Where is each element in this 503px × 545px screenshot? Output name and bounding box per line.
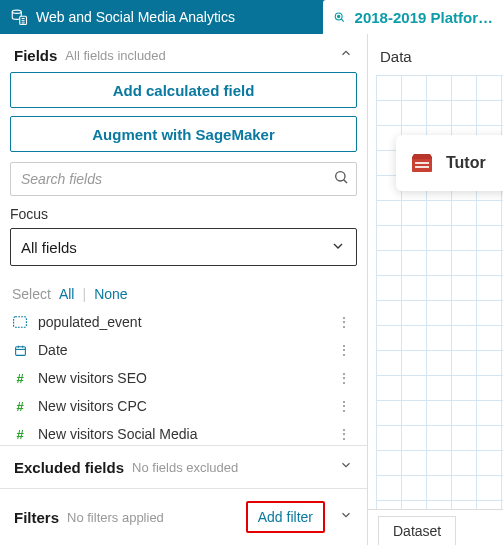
fields-list: populated_event⋮Date⋮#New visitors SEO⋮#… (0, 308, 367, 445)
dataset-tab[interactable]: 2018-2019 Platfor… (323, 0, 503, 34)
svg-rect-9 (14, 317, 27, 328)
add-calculated-field-button[interactable]: Add calculated field (10, 72, 357, 108)
field-label: populated_event (38, 314, 142, 330)
augment-sagemaker-button[interactable]: Augment with SageMaker (10, 116, 357, 152)
filters-section: Filters No filters applied Add filter (0, 488, 367, 545)
database-icon (10, 8, 28, 26)
data-header: Data (368, 34, 503, 75)
add-filter-button[interactable]: Add filter (246, 501, 325, 533)
chevron-down-icon[interactable] (339, 458, 353, 476)
table-icon (410, 151, 434, 175)
table-card-label: Tutor (446, 154, 486, 172)
field-row[interactable]: #New visitors CPC⋮ (0, 392, 367, 420)
field-menu-icon[interactable]: ⋮ (333, 426, 355, 442)
tab-dataset[interactable]: Dataset (378, 516, 456, 545)
focus-label: Focus (10, 206, 357, 222)
svg-rect-15 (415, 166, 429, 168)
svg-point-6 (338, 15, 340, 17)
number-type-icon: # (12, 399, 28, 414)
chevron-down-icon[interactable] (339, 508, 353, 526)
field-row[interactable]: populated_event⋮ (0, 308, 367, 336)
field-row[interactable]: Date⋮ (0, 336, 367, 364)
analysis-title-area: Web and Social Media Analytics (0, 8, 245, 26)
search-icon[interactable] (333, 169, 349, 189)
select-all-link[interactable]: All (59, 286, 75, 302)
field-label: New visitors Social Media (38, 426, 198, 442)
collapse-icon[interactable] (339, 46, 353, 64)
select-none-link[interactable]: None (94, 286, 127, 302)
date-type-icon (12, 344, 28, 357)
field-menu-icon[interactable]: ⋮ (333, 398, 355, 414)
schema-canvas[interactable]: Tutor (376, 75, 503, 509)
svg-point-7 (336, 172, 345, 181)
excluded-fields-section[interactable]: Excluded fields No fields excluded (0, 445, 367, 488)
svg-rect-14 (415, 162, 429, 164)
focus-select[interactable]: All fields (10, 228, 357, 266)
field-row[interactable]: #New visitors SEO⋮ (0, 364, 367, 392)
fields-section-header[interactable]: Fields All fields included (0, 34, 367, 72)
top-bar: Web and Social Media Analytics 2018-2019… (0, 0, 503, 34)
excluded-fields-subtitle: No fields excluded (132, 460, 238, 475)
field-menu-icon[interactable]: ⋮ (333, 370, 355, 386)
analysis-title: Web and Social Media Analytics (36, 9, 235, 25)
table-card[interactable]: Tutor (396, 135, 503, 191)
number-type-icon: # (12, 371, 28, 386)
svg-rect-10 (15, 346, 25, 355)
chevron-down-icon (330, 238, 346, 257)
add-calculated-field-label: Add calculated field (113, 82, 255, 99)
dataset-tab-label: 2018-2019 Platfor… (355, 9, 493, 26)
search-fields-wrapper (10, 162, 357, 196)
filters-title: Filters (14, 509, 59, 526)
field-label: New visitors SEO (38, 370, 147, 386)
field-label: New visitors CPC (38, 398, 147, 414)
svg-line-8 (344, 180, 347, 183)
augment-sagemaker-label: Augment with SageMaker (92, 126, 275, 143)
svg-point-0 (12, 10, 21, 13)
field-row[interactable]: #New visitors Social Media⋮ (0, 420, 367, 445)
filters-subtitle: No filters applied (67, 510, 164, 525)
search-fields-input[interactable] (10, 162, 357, 196)
field-menu-icon[interactable]: ⋮ (333, 314, 355, 330)
data-panel: Data Tutor Dataset (368, 34, 503, 545)
fields-subtitle: All fields included (65, 48, 165, 63)
field-label: Date (38, 342, 68, 358)
fields-panel: Fields All fields included Add calculate… (0, 34, 368, 545)
select-label: Select (12, 286, 51, 302)
fields-title: Fields (14, 47, 57, 64)
number-type-icon: # (12, 427, 28, 442)
bottom-tabs: Dataset (368, 509, 503, 545)
string-type-icon (12, 316, 28, 328)
separator: | (82, 286, 86, 302)
excluded-fields-title: Excluded fields (14, 459, 124, 476)
dataset-eye-icon (333, 7, 347, 27)
focus-select-value: All fields (21, 239, 77, 256)
select-all-none-row: Select All | None (0, 276, 367, 308)
field-menu-icon[interactable]: ⋮ (333, 342, 355, 358)
